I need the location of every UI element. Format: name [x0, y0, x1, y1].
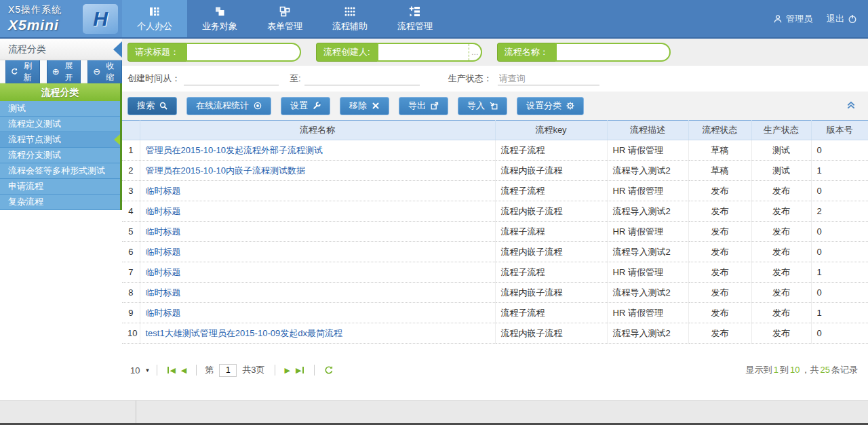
process-key-cell: 流程内嵌子流程: [495, 323, 607, 344]
main-nav: 个人办公业务对象表单管理流程辅助流程管理: [122, 0, 773, 37]
app-header: X5操作系统 X5mini H 个人办公业务对象表单管理流程辅助流程管理 管理员…: [0, 0, 868, 39]
set-category-button[interactable]: 设置分类: [517, 97, 584, 115]
tb-btn-label: 导出: [408, 100, 426, 112]
table-body: 1管理员在2015-10-10发起流程外部子流程测试流程子流程HR 请假管理草稿…: [122, 140, 868, 344]
online-process-stat-button[interactable]: 在线流程统计: [186, 97, 271, 115]
table-row: 5临时标题流程子流程HR 请假管理发布发布0: [122, 222, 868, 242]
category-item[interactable]: 流程分支测试: [0, 148, 120, 163]
page-footer: [0, 400, 868, 425]
collapse-search-icon[interactable]: [846, 100, 856, 110]
process-link[interactable]: 临时标题: [146, 308, 181, 318]
category-item[interactable]: 测试: [0, 101, 120, 117]
results-table: 流程名称流程key流程描述流程状态生产状态版本号 1管理员在2015-10-10…: [122, 120, 868, 344]
process-link[interactable]: 管理员在2015-10-10发起流程外部子流程测试: [146, 145, 323, 155]
process-status-cell: 发布: [688, 222, 751, 242]
tb-btn-label: 导入: [467, 100, 485, 112]
nav-tab-business-objects[interactable]: 业务对象: [187, 0, 252, 37]
first-page-button[interactable]: ◀: [167, 366, 175, 375]
process-status-cell: 草稿: [688, 140, 751, 161]
expand-button[interactable]: ⊕展开: [47, 58, 81, 86]
prod-status-cell: 发布: [751, 262, 811, 283]
current-user[interactable]: 管理员: [786, 13, 812, 25]
process-key-cell: 流程内嵌子流程: [495, 283, 607, 303]
process-name-cell: 临时标题: [140, 201, 495, 222]
reload-button[interactable]: [324, 365, 334, 375]
table-row: 9临时标题流程子流程HR 请假管理发布发布1: [122, 303, 868, 323]
date-from-input[interactable]: [184, 72, 279, 85]
version-cell: 0: [811, 323, 868, 344]
process-link[interactable]: 临时标题: [146, 287, 181, 298]
process-creator-field: 流程创建人:…: [316, 43, 482, 62]
nav-tab-process-assist[interactable]: 流程辅助: [317, 0, 382, 37]
request-title-input-wrap: [186, 43, 301, 62]
table-row: 4临时标题流程内嵌子流程流程导入测试2发布发布2: [122, 201, 868, 222]
page-size-select[interactable]: 10 ▼: [130, 365, 150, 376]
search-row-secondary: 创建时间从： 至: 生产状态：: [122, 66, 868, 92]
category-item[interactable]: 流程定义测试: [0, 117, 120, 132]
search-button[interactable]: 搜索: [127, 97, 177, 115]
process-desc-cell: HR 请假管理: [607, 222, 688, 242]
divider: [275, 365, 275, 376]
category-header: 流程分类: [0, 83, 120, 101]
panel-collapse-arrow-icon[interactable]: [113, 41, 122, 58]
tb-btn-label: 在线流程统计: [196, 100, 249, 112]
sidebar-toolbar: 刷新⊕展开⊖收缩: [0, 60, 122, 83]
process-link[interactable]: test1大雄测试管理员在2015-10-09发起dx最简流程: [146, 328, 342, 338]
refresh-button[interactable]: 刷新: [5, 58, 40, 86]
remove-button[interactable]: 移除: [340, 97, 389, 115]
process-name-cell: 临时标题: [140, 283, 495, 303]
import-button[interactable]: 导入: [458, 97, 507, 115]
process-link[interactable]: 临时标题: [146, 186, 181, 196]
prev-page-button[interactable]: ◀: [181, 366, 186, 375]
nav-tab-form-manage[interactable]: 表单管理: [252, 0, 317, 37]
process-creator-input[interactable]: [378, 44, 469, 60]
process-link[interactable]: 临时标题: [146, 247, 181, 257]
export-button[interactable]: 导出: [399, 97, 448, 115]
process-key-cell: 流程内嵌子流程: [495, 161, 607, 181]
divider: [196, 365, 197, 376]
business-objects-icon: [213, 5, 226, 18]
record-summary: 显示到1到10，共25条记录: [745, 364, 859, 376]
next-page-button[interactable]: ▶: [285, 366, 290, 375]
process-name-input[interactable]: [557, 44, 669, 60]
process-desc-cell: HR 请假管理: [607, 181, 688, 201]
collapse-button[interactable]: ⊖收缩: [87, 58, 122, 86]
process-key-cell: 流程子流程: [495, 222, 607, 242]
column-header: 流程名称: [140, 121, 495, 140]
process-desc-cell: 流程导入测试2: [607, 161, 688, 181]
prod-status-input[interactable]: [498, 72, 599, 85]
category-item[interactable]: 复杂流程: [0, 195, 120, 210]
settings-button[interactable]: 设置: [281, 97, 330, 115]
row-number: 5: [122, 222, 140, 242]
process-name-cell: 临时标题: [140, 242, 495, 262]
prod-status-cell: 发布: [751, 283, 811, 303]
category-item[interactable]: 申请流程: [0, 179, 120, 195]
divider: [157, 365, 157, 376]
process-link[interactable]: 临时标题: [146, 226, 181, 237]
category-item[interactable]: 流程节点测试: [0, 132, 120, 148]
process-status-cell: 发布: [688, 181, 751, 201]
process-link[interactable]: 临时标题: [146, 206, 181, 216]
nav-tab-label: 业务对象: [202, 20, 237, 33]
nav-tab-process-manage[interactable]: 流程管理: [382, 0, 448, 37]
request-title-input[interactable]: [187, 44, 300, 60]
process-status-cell: 发布: [688, 242, 751, 262]
process-link[interactable]: 管理员在2015-10-10内嵌子流程测试数据: [146, 165, 306, 176]
summary-part: 10: [790, 365, 800, 375]
power-icon[interactable]: [848, 14, 857, 24]
category-item[interactable]: 流程会签等多种形式测试: [0, 163, 120, 179]
logout-button[interactable]: 退出: [827, 13, 844, 25]
process-key-cell: 流程子流程: [495, 262, 607, 283]
tb-btn-label: 设置: [290, 100, 308, 112]
process-name-input-wrap: [555, 43, 671, 62]
process-link[interactable]: 临时标题: [146, 267, 181, 277]
page-number-input[interactable]: [219, 364, 237, 377]
picker-button[interactable]: …: [469, 44, 481, 60]
nav-tab-personal-office[interactable]: 个人办公: [122, 0, 187, 37]
nav-tab-label: 个人办公: [137, 20, 172, 33]
last-page-button[interactable]: ▶: [296, 366, 304, 375]
table-row: 10test1大雄测试管理员在2015-10-09发起dx最简流程流程内嵌子流程…: [122, 323, 868, 344]
date-to-input[interactable]: [304, 72, 420, 85]
process-status-cell: 草稿: [688, 161, 751, 181]
summary-part: 显示到: [746, 365, 772, 375]
